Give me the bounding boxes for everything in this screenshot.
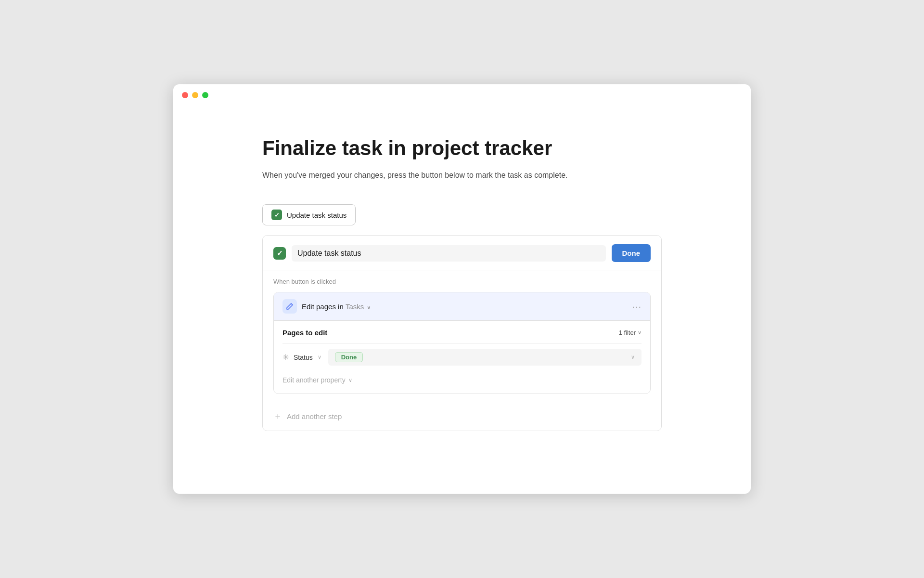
step-title-prefix: Edit pages in: [302, 302, 344, 311]
add-step-label: Add another step: [287, 412, 342, 420]
step-more-button[interactable]: ···: [632, 302, 642, 311]
done-badge-container[interactable]: Done ∨: [328, 349, 642, 366]
add-step-plus-icon: ＋: [273, 410, 282, 422]
filter-badge[interactable]: 1 filter ∨: [619, 329, 642, 336]
titlebar: [173, 84, 751, 98]
step-header: Edit pages in Tasks ∨ ···: [274, 292, 650, 321]
pages-to-edit-row: Pages to edit 1 filter ∨: [282, 328, 642, 337]
step-header-left: Edit pages in Tasks ∨: [282, 299, 371, 314]
pages-label: Pages to edit: [282, 328, 327, 337]
edit-pages-icon: [282, 299, 297, 314]
edit-property-chevron-icon: ∨: [348, 377, 352, 383]
status-chevron-icon: ∨: [318, 354, 321, 360]
app-window: Finalize task in project tracker When yo…: [173, 84, 751, 494]
step-title: Edit pages in Tasks ∨: [302, 302, 371, 311]
done-button[interactable]: Done: [612, 244, 651, 262]
step-db-chevron-icon: ∨: [367, 304, 371, 311]
card-checkbox[interactable]: [273, 247, 286, 260]
step-db-name: Tasks: [346, 302, 364, 311]
status-label: Status: [294, 354, 313, 361]
add-another-step-button[interactable]: ＋ Add another step: [263, 403, 661, 431]
step-body: Pages to edit 1 filter ∨ ✳ Status ∨ Done: [274, 321, 650, 394]
update-task-status-button[interactable]: Update task status: [262, 204, 356, 225]
maximize-button[interactable]: [202, 92, 208, 98]
page-title: Finalize task in project tracker: [262, 137, 662, 160]
page-description: When you've merged your changes, press t…: [262, 170, 662, 181]
minimize-button[interactable]: [192, 92, 198, 98]
close-button[interactable]: [182, 92, 188, 98]
done-badge-chevron-icon: ∨: [631, 354, 635, 360]
trigger-label: When button is clicked: [263, 271, 661, 292]
edit-pages-step: Edit pages in Tasks ∨ ··· Pages to edit …: [273, 292, 651, 394]
card-header: Done: [263, 236, 661, 271]
done-badge: Done: [335, 352, 363, 362]
status-row: ✳ Status ∨ Done ∨: [282, 343, 642, 370]
filter-count: 1 filter: [619, 329, 636, 336]
edit-property-label: Edit another property: [282, 376, 346, 384]
button-checkbox-icon: [271, 210, 282, 220]
update-button-label: Update task status: [287, 211, 346, 219]
card-title-input[interactable]: [292, 245, 606, 262]
filter-chevron-icon: ∨: [638, 329, 642, 336]
edit-another-property-button[interactable]: Edit another property ∨: [282, 370, 642, 386]
status-icon: ✳: [282, 353, 289, 362]
automation-card: Done When button is clicked Edit pages i…: [262, 235, 662, 431]
main-content: Finalize task in project tracker When yo…: [173, 98, 751, 460]
